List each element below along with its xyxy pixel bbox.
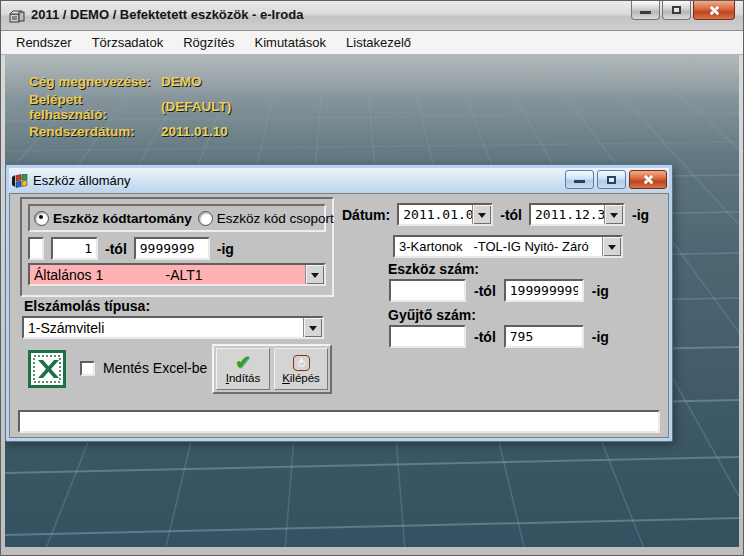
date-from-value: 2011.01.01	[399, 205, 472, 224]
minimize-icon	[640, 11, 651, 14]
dropdown-arrow-icon[interactable]	[472, 205, 491, 224]
check-icon: ✔	[235, 355, 251, 371]
dialog-body: Eszköz kódtartomány Eszköz kód csoport -…	[9, 193, 669, 438]
checkbox-icon[interactable]	[80, 361, 95, 376]
main-titlebar[interactable]: 2011 / DEMO / Befektetett eszközök - e-I…	[1, 1, 743, 31]
restore-button[interactable]	[662, 1, 691, 20]
ig-label: -ig	[632, 207, 649, 223]
ig-label: -ig	[592, 329, 609, 345]
main-window: 2011 / DEMO / Befektetett eszközök - e-I…	[0, 0, 744, 556]
karton-combo-value: 3-Kartonok -TOL-IG Nyitó- Záró	[395, 237, 602, 256]
info-row-user: Belépett felhasználó: (DEFAULT)	[29, 94, 231, 119]
inditas-button[interactable]: ✔ Indítás	[216, 348, 270, 390]
code-range-groupbox: Eszköz kódtartomány Eszköz kód csoport -…	[20, 197, 334, 297]
menu-rogzites[interactable]: Rögzítés	[173, 32, 244, 53]
account-type-combo[interactable]: 1-Számviteli	[22, 316, 324, 339]
menu-listakezelo[interactable]: Listakezelő	[336, 32, 421, 53]
account-type-label: Elszámolás típusa:	[24, 298, 150, 314]
asset-number-row: -tól -ig	[389, 279, 609, 302]
dialog-restore-button[interactable]	[597, 170, 626, 189]
collector-number-label: Gyűjtő szám:	[388, 307, 476, 323]
kilepes-accelerator: K	[282, 372, 290, 384]
status-bar	[18, 410, 660, 433]
close-button[interactable]	[693, 1, 735, 20]
client-area: Cég megnevezése: DEMO Belépett felhaszná…	[5, 54, 739, 547]
radio-unselected-icon	[198, 211, 213, 226]
window-title: 2011 / DEMO / Befektetett eszközök - e-I…	[31, 7, 303, 22]
user-value: (DEFAULT)	[161, 99, 231, 114]
app-icon	[9, 8, 25, 24]
status-input[interactable]	[18, 410, 660, 433]
menu-torzsadatok[interactable]: Törzsadatok	[82, 32, 174, 53]
asset-from-input[interactable]	[389, 279, 466, 302]
date-to-value: 2011.12.31	[531, 205, 604, 224]
dropdown-arrow-icon[interactable]	[303, 318, 322, 337]
session-info: Cég megnevezése: DEMO Belépett felhaszná…	[29, 69, 231, 144]
company-label: Cég megnevezése:	[29, 74, 161, 89]
code-to-input[interactable]	[134, 237, 210, 260]
date-range-row: Dátum: 2011.01.01 -tól 2011.12.31 -ig	[342, 203, 649, 226]
code-type-combo[interactable]: Általános 1 -ALT1	[28, 263, 326, 286]
windows-flag-icon	[12, 174, 28, 188]
code-prefix-input[interactable]	[28, 237, 44, 260]
tol-label: -tól	[474, 283, 496, 299]
dialog-minimize-button[interactable]	[565, 170, 594, 189]
eszkoz-allomany-dialog: Eszköz állomány Eszköz kódtartomány	[5, 164, 673, 442]
datum-label: Dátum:	[342, 207, 390, 223]
sysdate-value: 2011.01.10	[161, 124, 228, 139]
ig-label: -ig	[217, 241, 234, 257]
menu-kimutatasok[interactable]: Kimutatások	[245, 32, 337, 53]
code-range-row: -tól -ig	[28, 237, 234, 260]
tol-label: -tól	[105, 241, 127, 257]
dialog-titlebar[interactable]: Eszköz állomány	[9, 168, 669, 193]
user-label: Belépett felhasználó:	[29, 92, 161, 122]
dropdown-arrow-icon[interactable]	[305, 265, 324, 284]
kilepes-label: ilépés	[290, 372, 320, 384]
power-icon	[293, 355, 310, 371]
dropdown-arrow-icon[interactable]	[604, 205, 623, 224]
radio-eszkoz-kodtartomany[interactable]: Eszköz kódtartomány	[34, 211, 192, 226]
close-icon	[709, 5, 720, 16]
dialog-title: Eszköz állomány	[33, 173, 131, 188]
code-from-input[interactable]	[51, 237, 98, 260]
tol-label: -tól	[474, 329, 496, 345]
restore-icon	[672, 6, 681, 14]
karton-combo[interactable]: 3-Kartonok -TOL-IG Nyitó- Záró	[393, 235, 623, 258]
collector-number-row: -tól -ig	[389, 325, 609, 348]
radio-panel: Eszköz kódtartomány Eszköz kód csoport	[28, 204, 326, 232]
tol-label: -tól	[500, 207, 522, 223]
command-button-panel: ✔ Indítás Kilépés	[212, 344, 332, 394]
radio-selected-icon	[34, 211, 49, 226]
kilepes-button[interactable]: Kilépés	[274, 348, 328, 390]
company-value: DEMO	[161, 74, 202, 89]
code-type-combo-value: Általános 1 -ALT1	[30, 265, 305, 284]
info-row-company: Cég megnevezése: DEMO	[29, 69, 231, 94]
date-to-combo[interactable]: 2011.12.31	[529, 203, 625, 226]
asset-number-label: Eszköz szám:	[388, 261, 479, 277]
dialog-close-button[interactable]	[629, 170, 667, 189]
sysdate-label: Rendszerdátum:	[29, 124, 161, 139]
asset-to-input[interactable]	[504, 279, 584, 302]
account-type-combo-value: 1-Számviteli	[24, 318, 303, 337]
date-from-combo[interactable]: 2011.01.01	[397, 203, 493, 226]
excel-icon	[28, 350, 66, 388]
radio-group-label: Eszköz kód csoport	[217, 211, 334, 226]
menu-bar: Rendszer Törzsadatok Rögzítés Kimutatáso…	[1, 31, 743, 55]
excel-checkbox-label: Mentés Excel-be	[103, 360, 207, 376]
radio-eszkoz-kod-csoport[interactable]: Eszköz kód csoport	[198, 211, 334, 226]
minimize-icon	[574, 180, 585, 183]
excel-checkbox-row[interactable]: Mentés Excel-be	[80, 360, 207, 376]
inditas-label: ndítás	[229, 372, 260, 384]
info-row-sysdate: Rendszerdátum: 2011.01.10	[29, 119, 231, 144]
ig-label: -ig	[592, 283, 609, 299]
collector-from-input[interactable]	[389, 325, 466, 348]
dropdown-arrow-icon[interactable]	[602, 237, 621, 256]
menu-rendszer[interactable]: Rendszer	[6, 32, 82, 53]
radio-range-label: Eszköz kódtartomány	[53, 211, 192, 226]
close-icon	[643, 174, 654, 185]
minimize-button[interactable]	[631, 1, 660, 20]
collector-to-input[interactable]	[504, 325, 584, 348]
restore-icon	[607, 176, 616, 184]
